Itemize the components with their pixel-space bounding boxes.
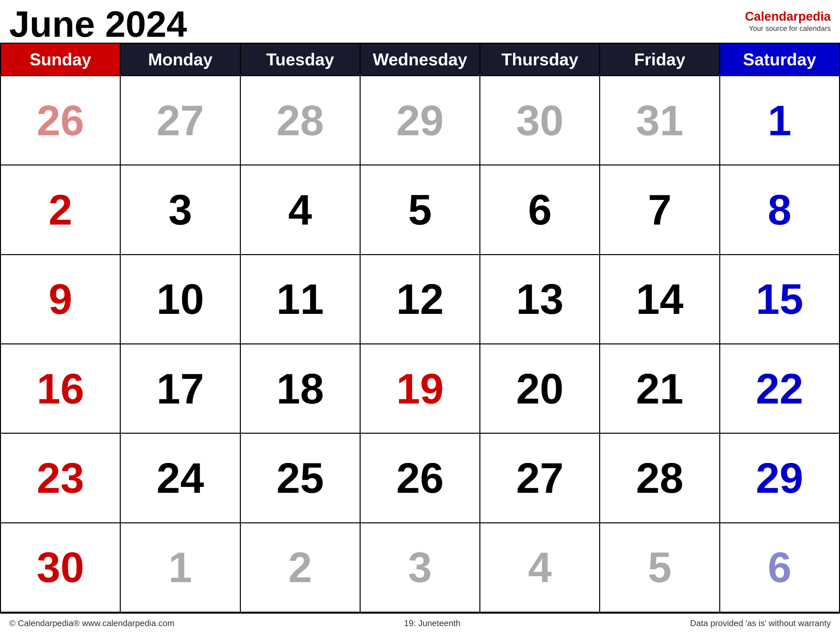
day-number: 7	[648, 188, 671, 231]
calendar-cell-w0-d2: 28	[241, 76, 361, 165]
day-number: 8	[768, 188, 791, 231]
day-number: 30	[516, 99, 564, 142]
day-number: 4	[289, 188, 312, 231]
day-number: 10	[156, 278, 204, 320]
header-wednesday: Wednesday	[361, 44, 480, 75]
calendar-cell-w3-d0: 16	[1, 344, 121, 433]
calendar-cell-w2-d6: 15	[720, 255, 840, 343]
brand-prefix: Calendar	[745, 9, 798, 23]
top-bar: June 2024 Calendarpedia Your source for …	[0, 0, 840, 43]
day-number: 9	[49, 278, 72, 320]
day-number: 3	[168, 188, 192, 231]
calendar-cell-w4-d4: 27	[480, 434, 600, 522]
calendar-cell-w1-d3: 5	[361, 166, 480, 254]
day-number: 6	[528, 188, 551, 231]
calendar-cell-w5-d4: 4	[480, 523, 600, 612]
calendar-week-2: 9101112131415	[1, 255, 840, 344]
calendar-cell-w0-d1: 27	[121, 76, 240, 165]
calendar-week-5: 30123456	[1, 523, 840, 612]
day-number: 5	[648, 546, 671, 589]
calendar-cell-w0-d3: 29	[361, 76, 480, 165]
calendar-cell-w5-d2: 2	[241, 523, 361, 612]
calendar-header: Sunday Monday Tuesday Wednesday Thursday…	[1, 44, 840, 76]
calendar-cell-w0-d0: 26	[1, 76, 121, 165]
calendar-cell-w1-d2: 4	[241, 166, 361, 254]
day-number: 30	[37, 546, 84, 589]
day-number: 18	[276, 367, 324, 410]
day-number: 29	[756, 457, 804, 499]
calendar-cell-w4-d0: 23	[1, 434, 121, 522]
day-number: 5	[408, 188, 432, 231]
calendar-cell-w1-d0: 2	[1, 166, 121, 254]
calendar-week-4: 23242526272829	[1, 434, 840, 523]
day-number: 25	[276, 457, 324, 499]
day-number: 1	[768, 99, 791, 142]
day-number: 29	[396, 99, 444, 142]
calendar-cell-w0-d6: 1	[720, 76, 840, 165]
calendar-cell-w4-d6: 29	[720, 434, 840, 522]
day-number: 15	[756, 278, 804, 320]
calendar-cell-w3-d1: 17	[121, 344, 240, 433]
calendar-week-1: 2345678	[1, 166, 840, 255]
calendar-week-0: 2627282930311	[1, 76, 840, 166]
day-number: 20	[516, 367, 564, 410]
day-number: 2	[289, 546, 312, 589]
calendar-cell-w1-d6: 8	[720, 166, 840, 254]
calendar-cell-w2-d5: 14	[600, 255, 720, 343]
calendar-cell-w5-d3: 3	[361, 523, 480, 612]
header-sunday: Sunday	[1, 44, 121, 75]
header-friday: Friday	[600, 44, 720, 75]
brand: Calendarpedia Your source for calendars	[745, 9, 831, 33]
day-number: 3	[408, 546, 432, 589]
day-number: 11	[276, 278, 324, 320]
calendar-cell-w2-d2: 11	[241, 255, 361, 343]
header-monday: Monday	[121, 44, 240, 75]
calendar-cell-w2-d0: 9	[1, 255, 121, 343]
calendar-cell-w5-d0: 30	[1, 523, 121, 612]
day-number: 28	[636, 457, 684, 499]
footer-left: © Calendarpedia® www.calendarpedia.com	[9, 618, 175, 628]
day-number: 6	[768, 546, 791, 589]
calendar-cell-w2-d4: 13	[480, 255, 600, 343]
calendar-grid: Sunday Monday Tuesday Wednesday Thursday…	[0, 43, 840, 612]
day-number: 31	[636, 99, 684, 142]
calendar-cell-w3-d3: 19	[361, 344, 480, 433]
calendar-cell-w1-d5: 7	[600, 166, 720, 254]
day-number: 12	[396, 278, 444, 320]
header-thursday: Thursday	[480, 44, 600, 75]
day-number: 19	[396, 367, 444, 410]
day-number: 28	[276, 99, 324, 142]
brand-suffix: pedia	[798, 9, 831, 23]
day-number: 27	[516, 457, 564, 499]
calendar-cell-w5-d6: 6	[720, 523, 840, 612]
calendar-cell-w2-d1: 10	[121, 255, 240, 343]
calendar-cell-w4-d3: 26	[361, 434, 480, 522]
day-number: 2	[49, 188, 72, 231]
footer-center: 19: Juneteenth	[404, 618, 460, 628]
day-number: 26	[37, 99, 84, 142]
day-number: 27	[156, 99, 204, 142]
calendar-cell-w3-d5: 21	[600, 344, 720, 433]
calendar-week-3: 16171819202122	[1, 344, 840, 434]
day-number: 22	[756, 367, 804, 410]
calendar-cell-w1-d1: 3	[121, 166, 240, 254]
calendar-cell-w3-d2: 18	[241, 344, 361, 433]
calendar-cell-w1-d4: 6	[480, 166, 600, 254]
calendar-cell-w4-d5: 28	[600, 434, 720, 522]
calendar-cell-w4-d2: 25	[241, 434, 361, 522]
calendar-cell-w5-d1: 1	[121, 523, 240, 612]
footer: © Calendarpedia® www.calendarpedia.com 1…	[0, 612, 840, 633]
calendar-cell-w2-d3: 12	[361, 255, 480, 343]
calendar-cell-w5-d5: 5	[600, 523, 720, 612]
day-number: 1	[168, 546, 192, 589]
day-number: 26	[396, 457, 444, 499]
calendar-cell-w3-d6: 22	[720, 344, 840, 433]
month-title: June 2024	[9, 6, 187, 43]
day-number: 13	[516, 278, 564, 320]
day-number: 21	[636, 367, 684, 410]
calendar-cell-w4-d1: 24	[121, 434, 240, 522]
day-number: 16	[37, 367, 84, 410]
calendar-cell-w3-d4: 20	[480, 344, 600, 433]
day-number: 23	[37, 457, 84, 499]
footer-right: Data provided 'as is' without warranty	[690, 618, 831, 628]
